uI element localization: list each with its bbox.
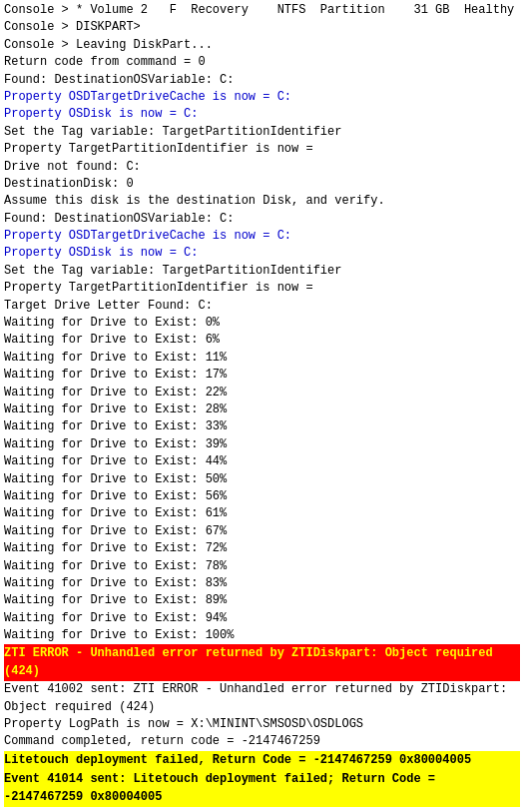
- log-line: Property TargetPartitionIdentifier is no…: [4, 280, 520, 297]
- log-lines: Console > DISKPART>Console > Leaving Dis…: [4, 19, 520, 807]
- log-line: Waiting for Drive to Exist: 89%: [4, 592, 520, 609]
- log-line: Waiting for Drive to Exist: 94%: [4, 610, 520, 627]
- log-line: Assume this disk is the destination Disk…: [4, 193, 520, 210]
- log-line: Waiting for Drive to Exist: 67%: [4, 523, 520, 540]
- log-line: Waiting for Drive to Exist: 22%: [4, 385, 520, 402]
- log-line: Return code from command = 0: [4, 54, 520, 71]
- log-line: Waiting for Drive to Exist: 83%: [4, 575, 520, 592]
- log-line: Found: DestinationOSVariable: C:: [4, 72, 520, 89]
- log-line: Waiting for Drive to Exist: 44%: [4, 453, 520, 470]
- log-line: Waiting for Drive to Exist: 78%: [4, 558, 520, 575]
- top-bar-line: Console > * Volume 2 F Recovery NTFS Par…: [4, 2, 520, 19]
- log-line: ZTI ERROR - Unhandled error returned by …: [4, 644, 520, 681]
- log-line: Property OSDTargetDriveCache is now = C:: [4, 228, 520, 245]
- log-line: Event 41014 sent: Litetouch deployment f…: [4, 770, 520, 807]
- log-line: Set the Tag variable: TargetPartitionIde…: [4, 124, 520, 141]
- log-line: Command completed, return code = -214746…: [4, 733, 520, 750]
- log-line: Property OSDisk is now = C:: [4, 106, 520, 123]
- log-line: Property TargetPartitionIdentifier is no…: [4, 141, 520, 158]
- log-line: Property LogPath is now = X:\MININT\SMSO…: [4, 716, 520, 733]
- log-line: Target Drive Letter Found: C:: [4, 298, 520, 315]
- log-line: Drive not found: C:: [4, 159, 520, 176]
- log-line: Property OSDTargetDriveCache is now = C:: [4, 89, 520, 106]
- log-line: Waiting for Drive to Exist: 100%: [4, 627, 520, 644]
- log-line: Console > DISKPART>: [4, 19, 520, 36]
- log-line: Found: DestinationOSVariable: C:: [4, 211, 520, 228]
- log-line: Waiting for Drive to Exist: 56%: [4, 488, 520, 505]
- log-line: Waiting for Drive to Exist: 72%: [4, 540, 520, 557]
- log-line: Waiting for Drive to Exist: 0%: [4, 315, 520, 332]
- log-line: Waiting for Drive to Exist: 11%: [4, 350, 520, 367]
- log-line: Waiting for Drive to Exist: 28%: [4, 402, 520, 418]
- log-line: Property OSDisk is now = C:: [4, 245, 520, 262]
- log-line: Waiting for Drive to Exist: 6%: [4, 332, 520, 349]
- log-line: Waiting for Drive to Exist: 33%: [4, 418, 520, 435]
- log-line: Waiting for Drive to Exist: 61%: [4, 505, 520, 522]
- console-output: Console > * Volume 2 F Recovery NTFS Par…: [0, 0, 524, 809]
- log-line: Waiting for Drive to Exist: 50%: [4, 471, 520, 488]
- log-line: Litetouch deployment failed, Return Code…: [4, 751, 520, 770]
- log-line: Console > Leaving DiskPart...: [4, 37, 520, 54]
- log-line: Waiting for Drive to Exist: 17%: [4, 367, 520, 384]
- log-line: DestinationDisk: 0: [4, 176, 520, 193]
- log-line: Event 41002 sent: ZTI ERROR - Unhandled …: [4, 681, 520, 716]
- log-line: Set the Tag variable: TargetPartitionIde…: [4, 263, 520, 280]
- log-line: Waiting for Drive to Exist: 39%: [4, 436, 520, 453]
